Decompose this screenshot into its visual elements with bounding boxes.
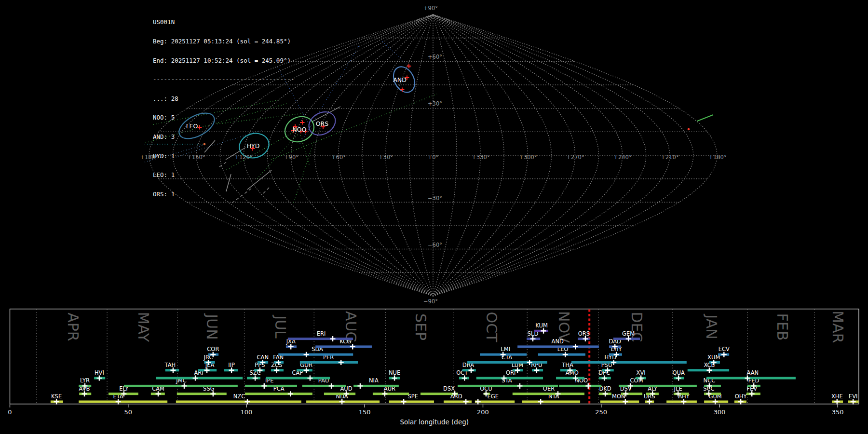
shower-label: XVI: [637, 369, 646, 376]
shower-peak-marker: [288, 391, 293, 396]
shower-bar: [706, 377, 796, 380]
longitude-label: +210°: [661, 154, 678, 161]
shower-bar: [467, 361, 547, 364]
shower-label: CAN: [257, 354, 269, 361]
shower-label: KSE: [51, 393, 62, 400]
shower-peak-marker: [116, 399, 121, 405]
shower-bar: [177, 393, 227, 395]
meteor-plus-marker: [300, 121, 305, 125]
shower-peak-marker: [82, 391, 87, 396]
shower-peak-marker: [382, 391, 387, 396]
shower-peak-marker: [676, 376, 681, 381]
shower-bar: [389, 401, 434, 403]
shower-peak-marker: [339, 360, 344, 365]
longitude-label: +180°: [708, 154, 726, 161]
station-id: US001N: [153, 19, 295, 25]
shower-bar: [600, 401, 639, 403]
shower-peak-marker: [244, 399, 250, 405]
latitude-label: +30°: [428, 100, 442, 107]
month-label: MAY: [135, 312, 152, 342]
latitude-label: −60°: [428, 242, 442, 248]
shower-label: TAH: [164, 362, 176, 368]
shower-peak-marker: [713, 399, 718, 405]
shower-peak-marker: [170, 367, 176, 373]
shower-peak-marker: [706, 367, 712, 373]
shower-peak-marker: [350, 344, 355, 349]
shower-bar: [245, 385, 297, 387]
shower-peak-marker: [834, 399, 840, 405]
shower-label: NUE: [389, 369, 400, 376]
shower-peak-marker: [181, 383, 187, 389]
longitude-label: +60°: [331, 154, 346, 161]
shower-peak-marker: [603, 391, 608, 396]
shower-label: GEM: [622, 330, 635, 337]
month-label: JAN: [703, 313, 720, 339]
longitude-label: +270°: [566, 154, 584, 161]
shower-peak-marker: [261, 383, 267, 389]
info-separator: ---------------------------------------: [153, 76, 295, 82]
shower-bar: [513, 393, 584, 395]
shower-bar: [300, 361, 358, 364]
shower-peak-marker: [204, 367, 210, 373]
shower-label: ERI: [317, 330, 326, 337]
shower-peak-marker: [541, 328, 546, 334]
shower-peak-marker: [573, 344, 578, 349]
x-tick-label: 250: [595, 408, 607, 416]
month-label: MAR: [829, 311, 846, 343]
shower-bar: [458, 385, 558, 387]
shower-peak-marker: [468, 367, 474, 373]
shower-peak-marker: [534, 367, 539, 373]
shower-bar: [124, 385, 238, 387]
shower-peak-marker: [274, 367, 279, 373]
latitude-label: +60°: [428, 54, 442, 60]
shower-bar: [288, 338, 353, 340]
latitude-label: −90°: [423, 298, 438, 305]
observation-info: US001N Beg: 20251127 05:13:24 (sol = 244…: [153, 6, 295, 210]
shower-peak-marker: [304, 367, 309, 373]
shower-activity-timeline: APRMAYJUNJULAUGSEPOCTNOVDECJANFEBMARKSEE…: [0, 309, 868, 434]
shower-peak-marker: [210, 391, 216, 396]
shower-label: EVI: [849, 393, 858, 400]
shower-label: NZC: [233, 393, 245, 400]
shower-peak-marker: [304, 352, 309, 357]
shower-peak-marker: [329, 383, 334, 389]
shower-bar: [266, 377, 330, 380]
count-leo: LEO: 1: [153, 172, 295, 178]
radiant-label: AND: [393, 76, 407, 83]
longitude-label: +30°: [379, 154, 393, 161]
shower-label: IIP: [228, 362, 235, 368]
count-and: AND: 3: [153, 134, 295, 140]
shower-bar: [538, 353, 585, 356]
x-tick-label: 0: [8, 408, 12, 416]
shower-bar: [245, 393, 312, 395]
shower-label: QUA: [672, 369, 684, 376]
shower-bar: [278, 353, 353, 356]
shower-peak-marker: [538, 399, 543, 405]
shower-peak-marker: [623, 399, 628, 405]
shower-peak-marker: [401, 399, 407, 405]
count-hyd: HYD: 1: [153, 153, 295, 159]
shower-bar: [571, 361, 687, 364]
shower-peak-marker: [530, 336, 535, 341]
shower-bar: [517, 345, 599, 348]
meteor-trail: [294, 144, 313, 203]
shower-peak-marker: [462, 376, 467, 381]
shower-peak-marker: [54, 399, 59, 405]
radiant-label: ORS: [316, 120, 329, 127]
shower-label: HVI: [95, 369, 104, 376]
shower-peak-marker: [721, 352, 727, 357]
count-sporadic: ...: 28: [153, 95, 295, 102]
longitude-label: +330°: [472, 154, 489, 161]
month-label: OCT: [483, 312, 500, 343]
stray-meteor-marker: [688, 128, 690, 131]
shower-label: SPE: [407, 393, 418, 400]
longitude-label: +0°: [428, 154, 439, 161]
shower-bar: [559, 385, 601, 387]
count-noo: NOO: 5: [153, 114, 295, 121]
shower-peak-marker: [749, 391, 755, 396]
shower-bar: [556, 377, 584, 380]
shower-peak-marker: [463, 399, 469, 405]
month-label: JUL: [272, 314, 289, 339]
shower-peak-marker: [307, 376, 312, 381]
radiant-sky-map: LEOHYDNOOORSAND+180°+150°+120°+90°+60°+3…: [0, 0, 868, 309]
